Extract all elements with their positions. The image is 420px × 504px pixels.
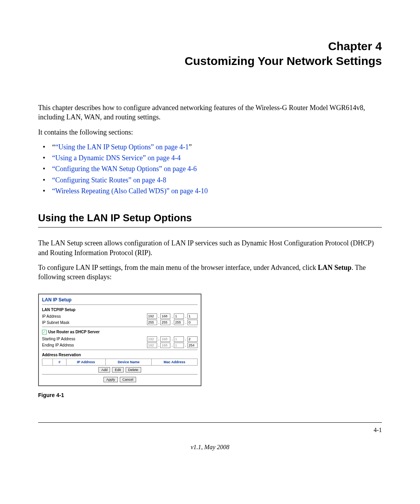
reservation-buttons: Add Edit Delete	[42, 367, 198, 373]
subnet-octet[interactable]	[147, 320, 157, 325]
subnet-row: IP Subnet Mask . . .	[42, 320, 198, 325]
subnet-octet[interactable]	[174, 320, 184, 325]
intro-sections-lead: It contains the following sections:	[38, 128, 382, 137]
quote-mark: “	[52, 143, 55, 151]
dot: .	[185, 320, 186, 326]
ip-octet[interactable]	[187, 313, 198, 319]
divider	[42, 350, 198, 350]
section-heading: Using the LAN IP Setup Options	[38, 211, 382, 225]
end-ip-octet[interactable]	[187, 343, 198, 348]
toc-list: ““Using the LAN IP Setup Options” on pag…	[38, 142, 382, 196]
start-ip-octet[interactable]	[187, 336, 198, 342]
dot: .	[158, 343, 159, 348]
start-ip-octet[interactable]	[174, 336, 184, 342]
dot: .	[185, 343, 186, 348]
checkbox-icon[interactable]: ✓	[42, 330, 47, 334]
chapter-heading: Chapter 4 Customizing Your Network Setti…	[38, 39, 382, 68]
address-reservation-heading: Address Reservation	[42, 352, 198, 358]
dhcp-checkbox-row: ✓ Use Router as DHCP Server	[42, 329, 198, 335]
quote-mark: ”	[189, 143, 192, 151]
divider	[42, 304, 198, 305]
end-ip-octet[interactable]	[160, 343, 170, 348]
dot: .	[158, 336, 159, 342]
chapter-number: Chapter 4	[38, 39, 382, 54]
divider	[42, 374, 198, 374]
toc-item: “Configuring the WAN Setup Options” on p…	[38, 164, 382, 173]
start-ip-octet[interactable]	[160, 336, 170, 342]
tcp-ip-heading: LAN TCP/IP Setup	[42, 307, 198, 313]
intro-paragraph: This chapter describes how to configure …	[38, 103, 382, 122]
ip-octet[interactable]	[147, 313, 157, 319]
dot: .	[172, 320, 173, 326]
subnet-octet[interactable]	[187, 320, 198, 325]
col-num: #	[53, 359, 66, 366]
body-paragraph: The LAN Setup screen allows configuratio…	[38, 238, 382, 257]
divider	[42, 327, 198, 327]
end-ip-octet[interactable]	[174, 343, 184, 348]
col-select	[42, 359, 53, 366]
toc-item: “Wireless Repeating (Also Called WDS)” o…	[38, 186, 382, 196]
add-button[interactable]: Add	[98, 367, 110, 373]
col-ip: IP Address	[66, 359, 106, 366]
footer-page-number-row: 4-1	[38, 426, 382, 434]
ip-octet[interactable]	[174, 313, 184, 319]
form-buttons: Apply Cancel	[42, 377, 198, 382]
dot: .	[172, 336, 173, 342]
panel-title: LAN IP Setup	[42, 297, 198, 303]
footer-version: v1.1, May 2008	[38, 443, 382, 452]
figure-caption: Figure 4-1	[38, 392, 382, 399]
toc-link[interactable]: “Using a Dynamic DNS Service” on page 4-…	[52, 154, 180, 162]
section-rule	[38, 227, 382, 228]
edit-button[interactable]: Edit	[112, 367, 124, 373]
reservation-table: # IP Address Device Name Mac Address	[42, 359, 198, 366]
apply-button[interactable]: Apply	[103, 377, 118, 382]
ip-address-label: IP Address	[42, 314, 147, 319]
body-paragraph: To configure LAN IP settings, from the m…	[38, 263, 382, 282]
end-ip-octet[interactable]	[147, 343, 157, 348]
start-ip-octet[interactable]	[147, 336, 157, 342]
delete-button[interactable]: Delete	[126, 367, 141, 373]
toc-item: ““Using the LAN IP Setup Options” on pag…	[38, 142, 382, 152]
subnet-octet[interactable]	[160, 320, 170, 325]
ip-address-row: IP Address . . .	[42, 313, 198, 319]
page-number: 4-1	[374, 426, 382, 434]
toc-link[interactable]: “Wireless Repeating (Also Called WDS)” o…	[52, 187, 208, 195]
menu-path-bold: LAN Setup	[318, 264, 352, 271]
col-device: Device Name	[106, 359, 152, 366]
dot: .	[172, 314, 173, 319]
subnet-label: IP Subnet Mask	[42, 320, 147, 326]
toc-item: “Configuring Static Routes” on page 4-8	[38, 175, 382, 185]
dot: .	[185, 314, 186, 319]
toc-link[interactable]: “Configuring the WAN Setup Options” on p…	[52, 165, 197, 173]
ending-ip-label: Ending IP Address	[42, 343, 147, 348]
ip-octet[interactable]	[160, 313, 170, 319]
chapter-title: Customizing Your Network Settings	[38, 54, 382, 68]
dot: .	[158, 314, 159, 319]
starting-ip-row: Starting IP Address . . .	[42, 336, 198, 342]
body-text: To configure LAN IP settings, from the m…	[38, 264, 318, 271]
toc-link[interactable]: “Using the LAN IP Setup Options” on page…	[55, 143, 189, 151]
dhcp-checkbox-label: Use Router as DHCP Server	[48, 329, 100, 335]
cancel-button[interactable]: Cancel	[120, 377, 136, 382]
ending-ip-row: Ending IP Address . . .	[42, 343, 198, 348]
col-mac: Mac Address	[152, 359, 198, 366]
toc-link[interactable]: “Configuring Static Routes” on page 4-8	[52, 176, 166, 184]
dot: .	[158, 320, 159, 326]
starting-ip-label: Starting IP Address	[42, 336, 147, 342]
footer-rule	[38, 422, 382, 423]
dot: .	[172, 343, 173, 348]
lan-ip-setup-screenshot: LAN IP Setup LAN TCP/IP Setup IP Address…	[38, 294, 201, 387]
toc-item: “Using a Dynamic DNS Service” on page 4-…	[38, 153, 382, 163]
dot: .	[185, 336, 186, 342]
